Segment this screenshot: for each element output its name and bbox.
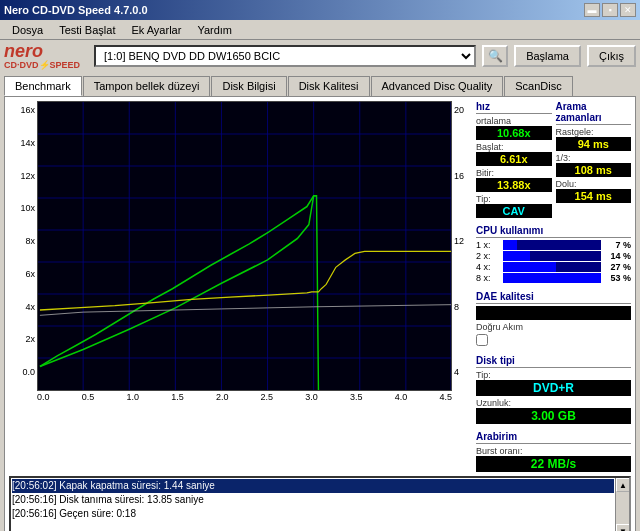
cpu-4x-label: 4 x: bbox=[476, 262, 501, 272]
cpu-row-2x: 2 x: 14 % bbox=[476, 251, 631, 261]
rastgele-label: Rastgele: bbox=[556, 127, 632, 137]
scroll-track bbox=[616, 492, 629, 524]
x-1.5: 1.5 bbox=[171, 392, 184, 402]
y-label-10: 10x bbox=[9, 203, 35, 213]
drive-selector[interactable]: [1:0] BENQ DVD DD DW1650 BCIC bbox=[94, 45, 476, 67]
tab-disk-kalitesi[interactable]: Disk Kalitesi bbox=[288, 76, 370, 96]
disk-uzunluk-value: 3.00 GB bbox=[476, 408, 631, 424]
chart-area: 16x 14x 12x 10x 8x 6x 4x 2x 0.0 bbox=[9, 101, 472, 472]
x-axis-labels: 0.0 0.5 1.0 1.5 2.0 2.5 3.0 3.5 4.0 4.5 bbox=[37, 391, 452, 403]
log-text-1: Disk tanıma süresi: 13.85 saniye bbox=[59, 494, 204, 505]
window-controls: ▬ ▪ ✕ bbox=[584, 3, 636, 17]
tip-label: Tip: bbox=[476, 194, 552, 204]
cpu-2x-bar bbox=[503, 251, 530, 261]
cpu-4x-bar-bg bbox=[503, 262, 601, 272]
ortalama-label: ortalama bbox=[476, 116, 552, 126]
start-button[interactable]: Başlama bbox=[514, 45, 581, 67]
dolu-label: Dolu: bbox=[556, 179, 632, 189]
nero-logo-text: nero bbox=[4, 42, 80, 60]
dogruakım-checkbox[interactable] bbox=[476, 334, 488, 346]
title-bar: Nero CD-DVD Speed 4.7.0.0 ▬ ▪ ✕ bbox=[0, 0, 640, 20]
cpu-section: CPU kullanımı 1 x: 7 % 2 x: 14 % 4 x: 27… bbox=[476, 225, 631, 284]
menu-testi[interactable]: Testi Başlat bbox=[51, 22, 123, 38]
dogruakım-label: Doğru Akım bbox=[476, 322, 631, 332]
burst-value: 22 MB/s bbox=[476, 456, 631, 472]
maximize-button[interactable]: ▪ bbox=[602, 3, 618, 17]
dae-header: DAE kalitesi bbox=[476, 291, 631, 304]
scroll-down-button[interactable]: ▼ bbox=[616, 524, 630, 531]
x-4.0: 4.0 bbox=[395, 392, 408, 402]
y-label-0: 0.0 bbox=[9, 367, 35, 377]
y-label-4: 4x bbox=[9, 302, 35, 312]
right-panel: hız ortalama 10.68x Başlat: 6.61x Bitir:… bbox=[476, 101, 631, 472]
title-text: Nero CD-DVD Speed 4.7.0.0 bbox=[4, 4, 148, 16]
x-2.0: 2.0 bbox=[216, 392, 229, 402]
log-entry-0: [20:56:02] Kapak kapatma süresi: 1.44 sa… bbox=[12, 479, 614, 493]
search-section: Arama zamanları Rastgele: 94 ms 1/3: 108… bbox=[556, 101, 632, 218]
close-button[interactable]: ✕ bbox=[620, 3, 636, 17]
menu-ek[interactable]: Ek Ayarlar bbox=[123, 22, 189, 38]
tab-scandisc[interactable]: ScanDisc bbox=[504, 76, 572, 96]
y-axis-left: 16x 14x 12x 10x 8x 6x 4x 2x 0.0 bbox=[9, 101, 37, 391]
third-label: 1/3: bbox=[556, 153, 632, 163]
tab-advanced-disc-quality[interactable]: Advanced Disc Quality bbox=[371, 76, 504, 96]
chart-with-axes: 16x 14x 12x 10x 8x 6x 4x 2x 0.0 bbox=[9, 101, 472, 391]
cpu-row-8x: 8 x: 53 % bbox=[476, 273, 631, 283]
scroll-up-button[interactable]: ▲ bbox=[616, 478, 630, 492]
cpu-1x-label: 1 x: bbox=[476, 240, 501, 250]
cpu-8x-val: 53 % bbox=[603, 273, 631, 283]
y-label-12: 12x bbox=[9, 171, 35, 181]
drive-info-button[interactable]: 🔍 bbox=[482, 45, 508, 67]
burst-section: Arabirim Burst oranı: 22 MB/s bbox=[476, 431, 631, 472]
dae-bar bbox=[476, 306, 631, 320]
log-entry-2: [20:56:16] Geçen süre: 0:18 bbox=[12, 507, 614, 521]
y-label-14: 14x bbox=[9, 138, 35, 148]
cpu-row-4x: 4 x: 27 % bbox=[476, 262, 631, 272]
menu-bar: Dosya Testi Başlat Ek Ayarlar Yardım bbox=[0, 20, 640, 40]
y-right-12: 12 bbox=[454, 236, 472, 246]
burst-header: Arabirim bbox=[476, 431, 631, 444]
toolbar: nero CD·DVD⚡SPEED [1:0] BENQ DVD DD DW16… bbox=[0, 40, 640, 72]
cd-logo-text: CD·DVD⚡SPEED bbox=[4, 60, 80, 70]
log-text-0: Kapak kapatma süresi: 1.44 saniye bbox=[59, 480, 215, 491]
tab-benchmark[interactable]: Benchmark bbox=[4, 76, 82, 96]
y-label-8: 8x bbox=[9, 236, 35, 246]
menu-dosya[interactable]: Dosya bbox=[4, 22, 51, 38]
y-right-8: 8 bbox=[454, 302, 472, 312]
menu-yardim[interactable]: Yardım bbox=[189, 22, 240, 38]
x-0.5: 0.5 bbox=[82, 392, 95, 402]
disk-tip-value: DVD+R bbox=[476, 380, 631, 396]
third-value: 108 ms bbox=[556, 163, 632, 177]
speed-section: hız ortalama 10.68x Başlat: 6.61x Bitir:… bbox=[476, 101, 631, 218]
tab-tampon[interactable]: Tampon bellek düzeyi bbox=[83, 76, 211, 96]
cpu-1x-bar bbox=[503, 240, 517, 250]
x-1.0: 1.0 bbox=[126, 392, 139, 402]
cpu-8x-bar bbox=[503, 273, 601, 283]
dolu-value: 154 ms bbox=[556, 189, 632, 203]
chart-svg bbox=[38, 102, 451, 390]
log-time-1: [20:56:16] bbox=[12, 494, 56, 505]
bitir-label: Bitir: bbox=[476, 168, 552, 178]
cpu-2x-val: 14 % bbox=[603, 251, 631, 261]
bitir-value: 13.88x bbox=[476, 178, 552, 192]
baslat-value: 6.61x bbox=[476, 152, 552, 166]
baslat-label: Başlat: bbox=[476, 142, 552, 152]
tab-disk-bilgisi[interactable]: Disk Bilgisi bbox=[211, 76, 286, 96]
exit-button[interactable]: Çıkış bbox=[587, 45, 636, 67]
cpu-1x-bar-bg bbox=[503, 240, 601, 250]
log-time-2: [20:56:16] bbox=[12, 508, 56, 519]
x-2.5: 2.5 bbox=[261, 392, 274, 402]
disk-header: Disk tipi bbox=[476, 355, 631, 368]
cpu-4x-bar bbox=[503, 262, 556, 272]
cpu-2x-bar-bg bbox=[503, 251, 601, 261]
log-time-0: [20:56:02] bbox=[12, 480, 56, 491]
disk-tip-label: Tip: bbox=[476, 370, 631, 380]
y-right-16: 16 bbox=[454, 171, 472, 181]
cpu-2x-label: 2 x: bbox=[476, 251, 501, 261]
log-entry-1: [20:56:16] Disk tanıma süresi: 13.85 san… bbox=[12, 493, 614, 507]
y-axis-right: 20 16 12 8 4 bbox=[452, 101, 472, 391]
minimize-button[interactable]: ▬ bbox=[584, 3, 600, 17]
content-area: 16x 14x 12x 10x 8x 6x 4x 2x 0.0 bbox=[4, 96, 636, 531]
dae-section: DAE kalitesi Doğru Akım bbox=[476, 291, 631, 348]
y-right-20: 20 bbox=[454, 105, 472, 115]
